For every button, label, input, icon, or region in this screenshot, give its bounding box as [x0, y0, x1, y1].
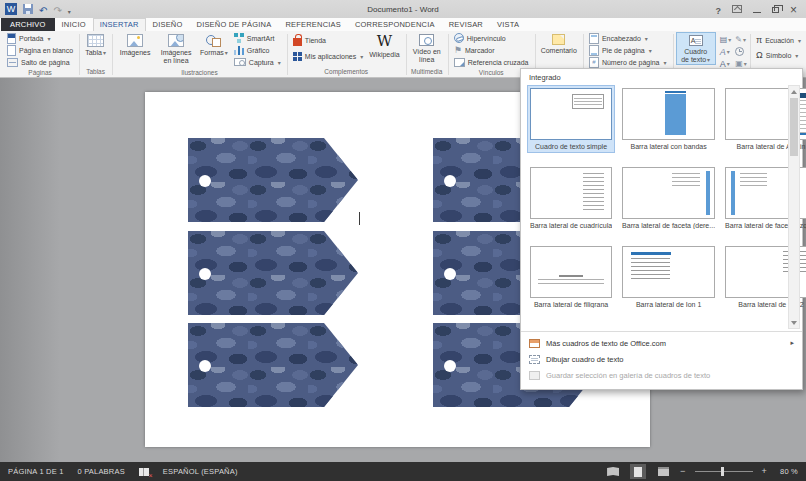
zoom-level[interactable]: 80 %: [776, 467, 798, 476]
print-layout-button[interactable]: [630, 464, 646, 479]
salto-pagina-icon: [7, 58, 18, 67]
tabla-button[interactable]: Tabla: [82, 32, 109, 57]
imagenes-en-linea-icon: [168, 34, 184, 47]
pagina-en-blanco-button[interactable]: Página en blanco: [4, 44, 76, 56]
menu-item-mas-cuadros[interactable]: Más cuadros de texto de Office.com: [521, 335, 802, 351]
portada-button[interactable]: Portada: [4, 32, 76, 44]
gift-tag[interactable]: [188, 323, 358, 407]
mis-aplicaciones-button[interactable]: Mis aplicaciones: [290, 50, 366, 62]
gallery-item-con-bandas[interactable]: Barra lateral con bandas: [620, 86, 717, 152]
help-icon[interactable]: [715, 0, 721, 18]
wordart-button[interactable]: [720, 46, 732, 57]
fecha-hora-icon: [735, 47, 744, 56]
table-icon: [87, 34, 104, 47]
marcador-icon: [454, 45, 462, 55]
cuadro-de-texto-button[interactable]: Cuadro de texto: [676, 32, 716, 65]
imagenes-en-linea-button[interactable]: Imágenes en línea: [155, 32, 197, 65]
gallery-item-ion-1[interactable]: Barra lateral de Ion 1: [620, 244, 717, 310]
zoom-slider[interactable]: [695, 471, 753, 472]
comentario-button[interactable]: Comentario: [538, 32, 580, 55]
word-count[interactable]: 0 PALABRAS: [78, 467, 125, 476]
mis-aplicaciones-icon: [293, 52, 302, 61]
print-layout-icon: [634, 467, 642, 477]
simbolo-icon: [756, 50, 763, 60]
tab-inicio[interactable]: INICIO: [55, 18, 93, 31]
restore-icon[interactable]: [772, 7, 779, 13]
tag-hole: [199, 268, 211, 280]
scroll-up-icon[interactable]: [789, 86, 799, 97]
zoom-out-icon[interactable]: −: [680, 467, 685, 476]
read-mode-button[interactable]: [605, 464, 621, 479]
captura-button[interactable]: Captura: [231, 56, 284, 68]
undo-icon[interactable]: [39, 0, 47, 18]
tab-vista[interactable]: VISTA: [490, 18, 526, 31]
video-en-linea-button[interactable]: Vídeo en línea: [409, 32, 445, 64]
wordart-icon: [720, 47, 726, 57]
imagenes-icon: [127, 34, 143, 47]
web-layout-button[interactable]: [655, 464, 671, 479]
wikipedia-button[interactable]: Wikipedia: [366, 32, 402, 59]
salto-de-pagina-button[interactable]: Salto de página: [4, 56, 76, 68]
formas-button[interactable]: Formas: [197, 32, 231, 57]
hipervinculo-button[interactable]: Hipervínculo: [451, 32, 532, 44]
caret-icon: [663, 59, 667, 66]
cuadro-de-texto-dropdown: Integrado Cuadro de texto simple Barra l…: [520, 68, 803, 390]
proofing-icon[interactable]: [139, 468, 149, 476]
imagenes-button[interactable]: Imágenes: [115, 32, 155, 57]
referencia-cruzada-button[interactable]: Referencia cruzada: [451, 56, 532, 68]
fecha-hora-button[interactable]: [735, 46, 747, 57]
scroll-down-icon[interactable]: [789, 317, 799, 328]
scrollbar-thumb[interactable]: [790, 98, 798, 156]
gift-tag[interactable]: [188, 138, 358, 222]
tab-referencias[interactable]: REFERENCIAS: [278, 18, 348, 31]
pie-de-pagina-button[interactable]: Pie de página: [586, 44, 670, 56]
tab-diseno[interactable]: DISEÑO: [146, 18, 190, 31]
smartart-button[interactable]: SmartArt: [231, 32, 284, 44]
cuadro-texto-icon: [689, 35, 703, 46]
wikipedia-icon: [377, 34, 392, 49]
qat-customize-icon[interactable]: [68, 0, 71, 18]
tab-correspondencia[interactable]: CORRESPONDENCIA: [348, 18, 442, 31]
zoom-in-icon[interactable]: +: [762, 467, 767, 476]
zoom-slider-thumb[interactable]: [721, 467, 724, 476]
marcador-button[interactable]: Marcador: [451, 44, 532, 56]
tienda-button[interactable]: Tienda: [290, 34, 366, 46]
hipervinculo-icon: [454, 33, 464, 43]
gallery-item-cuadricula[interactable]: Barra lateral de cuadrícula: [528, 165, 614, 231]
gallery-header: Integrado: [521, 69, 802, 82]
caret-icon: [644, 35, 648, 42]
gallery-scrollbar[interactable]: [788, 85, 800, 329]
simbolo-button[interactable]: Símbolo: [753, 49, 804, 61]
encabezado-button[interactable]: Encabezado: [586, 32, 670, 44]
menu-item-dibujar-cuadro[interactable]: Dibujar cuadro de texto: [521, 351, 802, 367]
tab-archivo[interactable]: ARCHIVO: [1, 18, 55, 31]
minimize-icon[interactable]: [753, 5, 761, 14]
save-icon[interactable]: [23, 4, 33, 14]
gallery-item-cuadro-simple[interactable]: Cuadro de texto simple: [528, 86, 614, 152]
ecuacion-button[interactable]: Ecuación: [753, 34, 804, 46]
tab-insertar[interactable]: INSERTAR: [93, 18, 146, 31]
ribbon-group-multimedia: Vídeo en línea Multimedia: [407, 32, 447, 77]
firma-button[interactable]: [735, 34, 747, 45]
tienda-icon: [293, 38, 302, 46]
close-icon[interactable]: [790, 0, 797, 18]
page-count[interactable]: PÁGINA 1 DE 1: [8, 467, 64, 476]
redo-icon[interactable]: [53, 0, 61, 18]
tab-revisar[interactable]: REVISAR: [442, 18, 490, 31]
gallery-menu: Más cuadros de texto de Office.com Dibuj…: [521, 331, 802, 383]
grafico-button[interactable]: Gráfico: [231, 44, 284, 56]
gallery-item-faceta-derecha[interactable]: Barra lateral de faceta (dere...: [620, 165, 717, 231]
language-indicator[interactable]: ESPAÑOL (ESPAÑA): [163, 467, 238, 476]
caret-icon: [706, 56, 710, 63]
grafico-icon: [234, 45, 244, 55]
thumbnail-preview: [530, 167, 612, 219]
ribbon-display-icon[interactable]: [732, 5, 742, 13]
smartart-icon: [234, 33, 244, 43]
caret-icon: [102, 49, 106, 56]
gallery-item-filigrana[interactable]: Barra lateral de filigrana: [528, 244, 614, 310]
tab-diseno-pagina[interactable]: DISEÑO DE PÁGINA: [190, 18, 279, 31]
captura-icon: [234, 58, 246, 66]
gift-tag[interactable]: [188, 231, 358, 315]
elementos-rapidos-button[interactable]: [720, 34, 732, 45]
numero-de-pagina-button[interactable]: Número de página: [586, 56, 670, 68]
